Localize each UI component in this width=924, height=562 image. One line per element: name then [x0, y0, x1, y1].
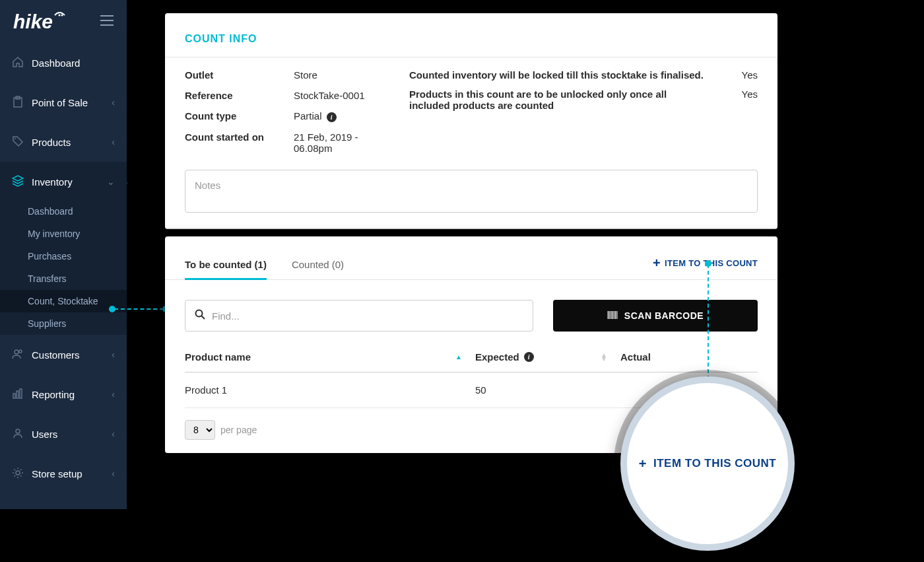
sidebar-item-label: Products: [32, 137, 71, 148]
sidebar-item-label: Store setup: [32, 468, 82, 479]
count-info-card: COUNT INFO Outlet Store Reference StockT…: [165, 13, 777, 229]
inventory-subnav: Dashboard My inventory Purchases Transfe…: [0, 201, 127, 335]
subnav-item-dashboard[interactable]: Dashboard: [0, 201, 127, 223]
sidebar-item-pos[interactable]: Point of Sale ‹: [0, 83, 127, 122]
svg-point-1: [59, 14, 61, 16]
info-icon[interactable]: i: [524, 352, 534, 362]
zoom-callout: + ITEM TO THIS COUNT: [620, 376, 795, 551]
users-icon: [12, 348, 25, 362]
divider: [165, 57, 777, 57]
user-icon: [12, 427, 25, 441]
connector-line: [114, 308, 164, 310]
cell-expected: 50: [475, 384, 620, 396]
subnav-item-myinventory[interactable]: My inventory: [0, 223, 127, 245]
info-col-left: Outlet Store Reference StockTake-0001 Co…: [185, 69, 383, 163]
reference-label: Reference: [185, 90, 294, 101]
sidebar-item-customers[interactable]: Customers ‹: [0, 335, 127, 374]
svg-text:hike: hike: [13, 11, 53, 32]
plus-icon: +: [653, 256, 661, 271]
info-row-q1: Counted inventory will be locked till th…: [409, 69, 758, 81]
info-row-outlet: Outlet Store: [185, 69, 383, 81]
sidebar-item-products[interactable]: Products ‹: [0, 122, 127, 162]
reference-value: StockTake-0001: [294, 90, 383, 101]
info-row-countstarted: Count started on 21 Feb, 2019 - 06.08pm: [185, 131, 383, 154]
a2-text: Yes: [738, 88, 758, 100]
sidebar-header: hike: [0, 0, 127, 43]
sidebar-item-inventory[interactable]: Inventory ⌄: [0, 162, 127, 201]
per-page-select[interactable]: 8: [185, 420, 215, 440]
svg-point-11: [16, 429, 20, 433]
search-input[interactable]: [205, 310, 523, 322]
a1-text: Yes: [738, 69, 758, 81]
sidebar-item-label: Point of Sale: [32, 97, 88, 108]
svg-rect-9: [16, 391, 18, 398]
chevron-left-icon: ‹: [112, 429, 115, 439]
tab-counted[interactable]: Counted (0): [292, 252, 344, 280]
scan-barcode-label: SCAN BARCODE: [624, 310, 704, 321]
logo: hike: [13, 11, 66, 32]
countstarted-label: Count started on: [185, 131, 294, 143]
connector-line: [708, 264, 709, 380]
counttype-value: Partial i: [294, 110, 383, 122]
sort-asc-icon: ▲: [455, 353, 462, 361]
sidebar-item-label: Users: [32, 429, 57, 440]
zoom-label: ITEM TO THIS COUNT: [653, 457, 776, 470]
barcode-icon: [607, 310, 618, 321]
svg-point-13: [196, 310, 203, 317]
svg-point-2: [61, 14, 63, 16]
subnav-item-transfers[interactable]: Transfers: [0, 267, 127, 290]
col-actual[interactable]: Actual: [620, 351, 758, 363]
sidebar-item-label: Reporting: [32, 389, 75, 400]
sort-icon: ▲▼: [601, 353, 607, 361]
sidebar-item-storesetup[interactable]: Store setup ‹: [0, 454, 127, 493]
scan-barcode-button[interactable]: SCAN BARCODE: [553, 300, 758, 332]
chevron-left-icon: ‹: [112, 389, 115, 400]
chevron-left-icon: ‹: [112, 349, 115, 360]
count-info-heading: COUNT INFO: [185, 33, 758, 45]
sidebar-item-label: Customers: [32, 349, 80, 361]
clipboard-icon: [12, 96, 25, 110]
home-icon: [12, 56, 25, 70]
zoom-content: + ITEM TO THIS COUNT: [639, 456, 776, 472]
info-row-q2: Products in this count are to be unlocke…: [409, 88, 758, 111]
info-grid: Outlet Store Reference StockTake-0001 Co…: [185, 69, 758, 163]
tab-tobecounted[interactable]: To be counted (1): [185, 252, 267, 280]
col-expected[interactable]: Expected i ▲▼: [475, 351, 620, 363]
main-area: COUNT INFO Outlet Store Reference StockT…: [127, 0, 924, 562]
plus-icon: +: [639, 456, 647, 472]
subnav-item-suppliers[interactable]: Suppliers: [0, 312, 127, 335]
subnav-item-countstocktake[interactable]: Count, Stocktake: [0, 290, 127, 312]
info-row-counttype: Count type Partial i: [185, 110, 383, 122]
gear-icon: [12, 467, 25, 481]
chevron-left-icon: ‹: [112, 137, 115, 147]
menu-toggle-icon[interactable]: [100, 15, 114, 28]
col-product-name[interactable]: Product name ▲: [185, 351, 475, 363]
tabs-row: To be counted (1) Counted (0) + ITEM TO …: [165, 252, 777, 280]
table-header: Product name ▲ Expected i ▲▼ Actual: [185, 351, 758, 372]
countstarted-value: 21 Feb, 2019 - 06.08pm: [294, 131, 383, 154]
info-icon[interactable]: i: [327, 112, 337, 122]
sidebar-item-users[interactable]: Users ‹: [0, 414, 127, 454]
outlet-label: Outlet: [185, 69, 294, 81]
cell-product-name: Product 1: [185, 384, 475, 396]
svg-rect-8: [13, 394, 15, 398]
tag-icon: [12, 135, 25, 149]
notes-input[interactable]: Notes: [185, 170, 758, 213]
chevron-left-icon: ‹: [112, 97, 115, 108]
subnav-item-purchases[interactable]: Purchases: [0, 245, 127, 267]
sidebar: hike Dashboard Point of Sale ‹ Products …: [0, 0, 127, 509]
info-row-reference: Reference StockTake-0001: [185, 90, 383, 101]
chevron-down-icon: ⌄: [107, 176, 115, 187]
svg-point-12: [16, 471, 20, 475]
info-col-right: Counted inventory will be locked till th…: [409, 69, 758, 163]
sidebar-item-label: Dashboard: [32, 57, 80, 69]
per-page-label: per page: [220, 425, 257, 435]
outlet-value: Store: [294, 69, 383, 81]
counttype-label: Count type: [185, 110, 294, 122]
search-box[interactable]: [185, 300, 533, 332]
chevron-left-icon: ‹: [112, 468, 115, 479]
search-row: SCAN BARCODE: [185, 300, 758, 332]
sidebar-item-reporting[interactable]: Reporting ‹: [0, 374, 127, 414]
svg-point-5: [15, 138, 16, 139]
sidebar-item-dashboard[interactable]: Dashboard: [0, 43, 127, 83]
